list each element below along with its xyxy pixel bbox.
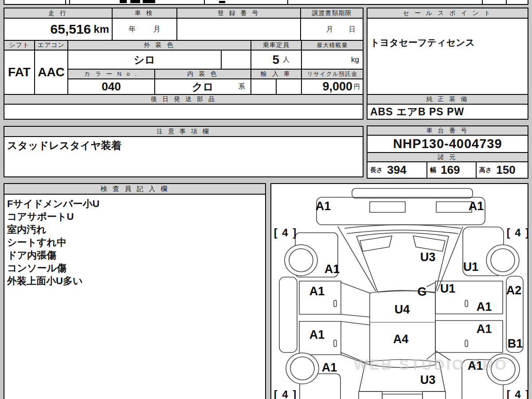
notes-text: スタッドレスタイヤ装着 — [7, 139, 121, 153]
interior-color-suffix: 系 — [239, 82, 245, 91]
genuine-equipment-cell: ABS エアB PS PW — [368, 105, 528, 119]
damage-label-A2: A2 — [506, 284, 522, 297]
mileage-unit: km — [94, 23, 109, 35]
damage-label-U1: U1 — [440, 282, 456, 296]
interior-color-header: 内 装 色 — [155, 70, 251, 79]
divider — [506, 0, 507, 4]
import-car-header: 輸 入 車 — [251, 70, 302, 79]
mileage-header: 走 行 — [4, 8, 113, 19]
damage-label-A1: A1 — [468, 359, 483, 373]
genuine-equipment-header: 純 正 装 備 — [368, 95, 528, 105]
recycle-deposit-unit: 円 — [354, 83, 360, 91]
vehicle-data-table: 走 行 車 検 登 録 番 号 譲渡書類期限 65,516 km 年 月 月 日… — [4, 8, 364, 120]
chassis-spec-block: 車 台 番 号 NHP130-4004739 諸 元 長さ 394 幅 169 … — [367, 125, 528, 179]
damage-label-A1: A1 — [309, 328, 325, 342]
exterior-color-sub-cell — [222, 51, 251, 70]
inspector-note-line: シートすれ中 — [7, 236, 263, 249]
transfer-day-label: 日 — [349, 25, 356, 34]
length-value: 394 — [387, 163, 406, 177]
capacity-unit: 人 — [283, 55, 289, 64]
damage-label-A1: A1 — [477, 322, 492, 336]
inspector-note-line: 外装上面小U多い — [7, 274, 263, 287]
spec-header: 諸 元 — [368, 153, 528, 162]
inspection-header: 車 検 — [113, 8, 177, 19]
max-load-unit: kg — [351, 55, 359, 64]
damage-label-A1: A1 — [469, 200, 484, 213]
watermark: WEB STUDIO PRO — [354, 356, 508, 373]
recycle-deposit-header: リサイクル預託金 — [302, 70, 363, 79]
transfer-deadline-header: 譲渡書類期限 — [301, 8, 363, 19]
later-parts-header: 後 日 発 送 部 品 — [4, 95, 363, 105]
length-cell: 長さ 394 — [368, 162, 427, 178]
cutoff-text-fragment — [130, 0, 140, 3]
inspector-note-line: コアサポートU — [7, 210, 263, 223]
capacity-header: 乗車定員 — [251, 41, 302, 51]
damage-label-U1: U1 — [463, 260, 479, 274]
recycle-deposit-cell: 9,000 円 — [302, 79, 363, 95]
exterior-color-value: シロ — [133, 53, 155, 67]
interior-color-cell: クロ 系 — [155, 79, 251, 95]
recycle-deposit-value: 9,000 — [322, 80, 352, 94]
inspector-block: 検 査 員 記 入 欄 Fサイドメンバー小U コアサポートU 室内汚れ シートす… — [4, 183, 266, 399]
mileage-cell: 65,516 km — [4, 19, 113, 41]
divider — [69, 0, 70, 4]
registration-no-header: 登 録 番 号 — [177, 8, 301, 19]
sales-point-block: セ ー ル ス ポ イ ン ト トヨタセーフティセンス 純 正 装 備 ABS … — [367, 8, 528, 120]
height-cell: 高さ 150 — [477, 162, 528, 178]
divider — [287, 0, 288, 4]
height-value: 150 — [496, 163, 515, 177]
import-car-cell-1 — [251, 79, 277, 95]
inspector-note-line: 室内汚れ — [7, 223, 263, 236]
sales-point-text: トヨタセーフティセンス — [370, 36, 475, 49]
chassis-no-header: 車 台 番 号 — [368, 126, 528, 136]
cutoff-text-fragment — [143, 0, 155, 3]
shift-value: FAT — [8, 65, 31, 79]
capacity-value: 5 — [272, 53, 279, 67]
exterior-color-header: 外 装 色 — [68, 41, 251, 51]
inspector-note-line: Fサイドメンバー小U — [7, 197, 263, 210]
color-no-value: 040 — [102, 80, 121, 94]
later-parts-cell — [4, 105, 363, 119]
damage-diagram: WEB STUDIO PRO — [270, 183, 528, 399]
transfer-deadline-cell: 月 日 — [301, 19, 363, 41]
height-label: 高さ — [479, 166, 492, 174]
cutoff-top-row — [4, 0, 528, 5]
genuine-equipment-text: ABS エアB PS PW — [370, 105, 464, 119]
damage-label-B1: B1 — [508, 337, 523, 351]
registration-no-cell — [177, 19, 301, 41]
width-value: 169 — [441, 163, 460, 177]
max-load-header: 最大積載量 — [302, 41, 363, 51]
capacity-cell: 5 人 — [251, 51, 302, 70]
chassis-no-cell: NHP130-4004739 — [368, 136, 528, 153]
inspection-year-label: 年 — [129, 25, 136, 34]
damage-label-U3: U3 — [420, 373, 436, 387]
damage-label-A1: A1 — [477, 300, 492, 314]
notes-header: 注 意 事 項 欄 — [4, 127, 363, 137]
max-load-cell: kg — [302, 51, 363, 70]
interior-color-value: クロ — [192, 80, 214, 94]
damage-label-A4: A4 — [393, 332, 409, 346]
cutoff-text-fragment — [120, 0, 127, 3]
damage-label-4: [ 4 ] — [274, 227, 297, 239]
cutoff-text-fragment — [219, 1, 225, 3]
mileage-value: 65,516 — [51, 22, 91, 37]
inspector-header: 検 査 員 記 入 欄 — [4, 184, 265, 195]
inspector-note-line: コンソール傷 — [7, 262, 263, 274]
damage-label-A1: A1 — [309, 285, 325, 298]
color-no-header: カ ラ ー N o . — [68, 70, 155, 79]
damage-label-4: [ 4 ] — [274, 388, 297, 399]
divider — [65, 0, 66, 4]
damage-label-G: G — [417, 285, 426, 299]
damage-label-A1: A1 — [322, 361, 337, 375]
inspector-note-line: ドア内張傷 — [7, 249, 263, 262]
auction-sheet: { "vehicle_table": { "headers": { "milea… — [0, 0, 532, 399]
aircon-value-cell: AAC — [35, 51, 68, 95]
sales-point-cell: トヨタセーフティセンス — [368, 19, 528, 95]
damage-label-A1: A1 — [316, 200, 331, 213]
divider — [204, 0, 205, 4]
inspection-month-label: 月 — [153, 25, 160, 34]
aircon-header: エアコン — [35, 41, 68, 51]
import-car-cell-2 — [277, 79, 302, 95]
damage-label-4: [ 4 ] — [507, 388, 528, 399]
exterior-color-cell: シロ — [68, 51, 222, 70]
